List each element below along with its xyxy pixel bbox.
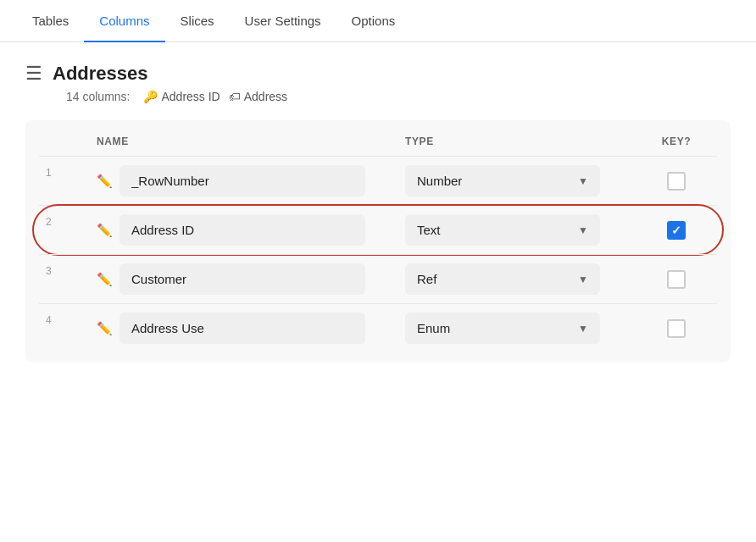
list-icon: ☰ — [25, 63, 42, 85]
header-name: NAME — [97, 136, 405, 147]
edit-icon[interactable]: ✏️ — [97, 272, 113, 287]
header-num — [46, 136, 97, 147]
type-dropdown[interactable]: Number ▼ — [405, 165, 600, 196]
address-tag-label: Address — [244, 90, 287, 103]
edit-icon[interactable]: ✏️ — [97, 321, 113, 336]
row-number: 1 — [46, 165, 97, 179]
table-row: 4 ✏️ Enum ▼ — [39, 303, 717, 352]
table-row: 1 ✏️ Number ▼ — [39, 156, 717, 205]
tab-user-settings[interactable]: User Settings — [230, 0, 336, 41]
name-cell: ✏️ — [97, 165, 405, 196]
key-icon: 🔑 — [143, 90, 158, 103]
type-value: Number — [417, 174, 462, 188]
column-name-input[interactable] — [120, 312, 365, 344]
table-row: 3 ✏️ Ref ▼ — [39, 254, 717, 303]
chevron-down-icon: ▼ — [578, 274, 588, 285]
column-name-input[interactable] — [120, 165, 365, 196]
key-tag-label: Address ID — [161, 90, 220, 103]
table-header: ☰ Addresses — [25, 63, 731, 85]
tab-tables[interactable]: Tables — [17, 0, 84, 41]
name-cell: ✏️ — [97, 312, 405, 344]
chevron-down-icon: ▼ — [578, 175, 588, 187]
row-number: 2 — [46, 214, 97, 228]
columns-header: NAME TYPE KEY? — [39, 130, 717, 156]
key-checkbox[interactable] — [667, 270, 686, 289]
key-checkbox[interactable] — [667, 319, 686, 338]
chevron-down-icon: ▼ — [578, 323, 588, 335]
header-type: TYPE — [405, 136, 642, 147]
column-name-input[interactable] — [120, 214, 365, 246]
edit-icon[interactable]: ✏️ — [97, 174, 113, 189]
table-title: Addresses — [53, 63, 148, 85]
type-value: Ref — [417, 272, 436, 286]
name-cell: ✏️ — [97, 214, 405, 246]
chevron-down-icon: ▼ — [578, 224, 588, 236]
column-name-input[interactable] — [120, 263, 365, 295]
type-value: Text — [417, 223, 441, 237]
columns-table: NAME TYPE KEY? 1 ✏️ Number ▼ 2 ✏️ — [25, 120, 731, 362]
type-dropdown[interactable]: Enum ▼ — [405, 312, 600, 344]
tab-slices[interactable]: Slices — [165, 0, 230, 41]
type-dropdown[interactable]: Text ▼ — [405, 214, 600, 246]
table-meta: 14 columns: 🔑 Address ID 🏷 Address — [66, 90, 731, 103]
tag-icon: 🏷 — [229, 90, 241, 103]
key-checkbox[interactable] — [667, 221, 686, 240]
main-content: ☰ Addresses 14 columns: 🔑 Address ID 🏷 A… — [0, 42, 756, 383]
edit-icon[interactable]: ✏️ — [97, 223, 113, 238]
header-key: KEY? — [642, 136, 710, 147]
row-number: 3 — [46, 263, 97, 277]
tab-columns[interactable]: Columns — [84, 0, 164, 41]
key-tag: 🔑 Address ID — [143, 90, 220, 103]
address-tag: 🏷 Address — [229, 90, 287, 103]
column-count: 14 columns: — [66, 90, 130, 103]
table-row: 2 ✏️ Text ▼ — [39, 205, 717, 254]
row-number: 4 — [46, 312, 97, 326]
type-dropdown[interactable]: Ref ▼ — [405, 263, 600, 295]
name-cell: ✏️ — [97, 263, 405, 295]
type-value: Enum — [417, 321, 450, 335]
nav-tabs: Tables Columns Slices User Settings Opti… — [0, 0, 756, 42]
key-checkbox[interactable] — [667, 172, 686, 191]
tab-options[interactable]: Options — [336, 0, 411, 41]
